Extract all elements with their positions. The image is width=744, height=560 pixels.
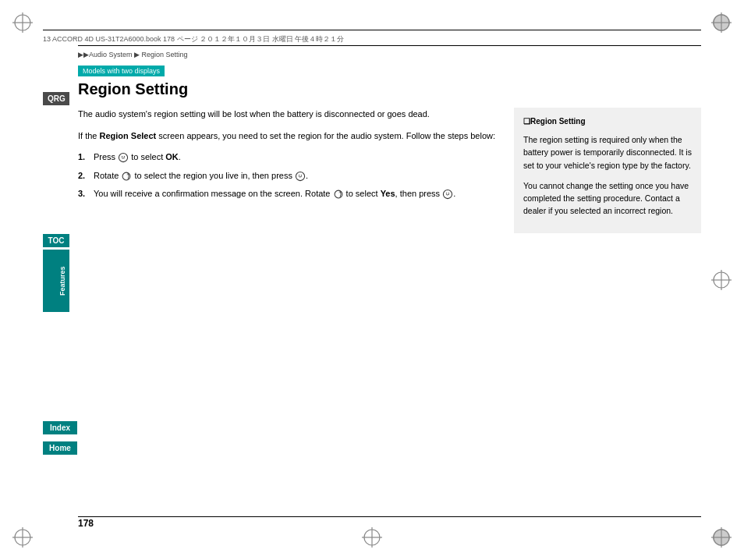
crosshair-bm [360,526,384,549]
svg-point-27 [446,193,447,193]
svg-point-19 [122,156,122,157]
tab-home-label: Home [49,444,71,452]
para2-suffix: screen appears, you need to set the regi… [156,131,495,140]
tab-features[interactable]: Features [43,250,69,312]
numbered-list: 1. Press to select OK. 2. Rotate to sele… [78,151,498,201]
breadcrumb-sep: ▶ [134,51,140,58]
step1-text: Press to select OK. [94,151,181,165]
crosshair-tl [11,11,34,34]
crosshair-tr [710,11,733,34]
tab-features-label: Features [58,266,66,296]
para2: If the Region Select screen appears, you… [78,129,498,144]
tab-qrg-label: QRG [48,94,66,103]
step3-text: You will receive a confirmation message … [94,187,455,201]
para2-prefix: If the [78,131,100,140]
page-title: Region Setting [78,80,701,98]
step2-text: Rotate to select the region you live in,… [94,169,308,183]
svg-point-22 [296,172,304,180]
tab-qrg[interactable]: QRG [43,92,69,105]
page-container: 13 ACCORD 4D US-31T2A6000.book 178 ページ ２… [0,0,744,560]
tab-index-label: Index [50,424,70,432]
crosshair-bl [11,526,34,549]
header-bar: 13 ACCORD 4D US-31T2A6000.book 178 ページ ２… [43,30,701,44]
page-number: 178 [78,518,94,529]
breadcrumb: ▶▶Audio System ▶ Region Setting [78,51,701,58]
right-panel-para1: The region setting is required only when… [523,133,692,172]
tab-toc[interactable]: TOC [43,234,69,247]
svg-point-23 [299,175,299,175]
svg-point-18 [119,154,128,162]
step1-num: 1. [78,151,90,165]
content-split: The audio system's region setting will b… [78,108,701,233]
header-file-info: 13 ACCORD 4D US-31T2A6000.book 178 ページ ２… [43,35,344,43]
step3-num: 3. [78,187,90,201]
svg-point-24 [301,175,302,175]
list-item-1: 1. Press to select OK. [78,151,498,165]
top-rule [78,45,701,46]
svg-point-26 [444,190,452,199]
svg-point-20 [124,156,125,157]
crosshair-br [710,526,733,549]
content-left: The audio system's region setting will b… [78,108,498,233]
para2-bold: Region Select [100,131,157,140]
models-badge: Models with two displays [78,66,165,76]
main-content: ▶▶Audio System ▶ Region Setting Models w… [78,51,701,513]
right-panel-title: ❏Region Setting [523,115,692,127]
tab-toc-label: TOC [48,236,65,245]
breadcrumb-region: Region Setting [142,51,188,58]
footer: 178 [78,518,94,529]
crosshair-mr [710,268,733,292]
tab-index[interactable]: Index [43,421,77,434]
right-panel: ❏Region Setting The region setting is re… [514,108,701,233]
list-item-3: 3. You will receive a confirmation messa… [78,187,498,201]
list-item-2: 2. Rotate to select the region you live … [78,169,498,183]
breadcrumb-audio: ▶▶Audio System [78,51,133,58]
svg-point-28 [448,193,449,193]
right-panel-para2: You cannot change the setting once you h… [523,179,692,218]
bottom-rule [78,516,701,517]
tab-home[interactable]: Home [43,441,77,455]
para1: The audio system's region setting will b… [78,108,498,122]
step2-num: 2. [78,169,90,183]
